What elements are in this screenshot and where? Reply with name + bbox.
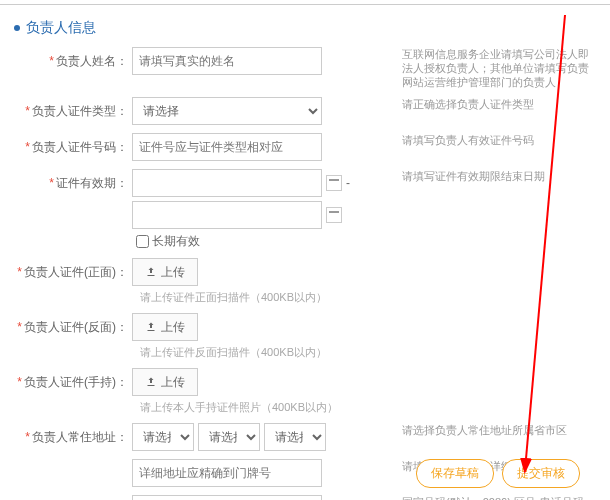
long-term-checkbox[interactable]: 长期有效: [136, 233, 200, 250]
expiry-start-input[interactable]: [132, 169, 322, 197]
office-tel-input[interactable]: [132, 495, 322, 500]
province-select[interactable]: 请选择: [132, 423, 194, 451]
hint-id-type: 请正确选择负责人证件类型: [396, 97, 596, 111]
hint-id-back: 请上传证件反面扫描件（400KB以内）: [140, 345, 327, 360]
label-address: 负责人常住地址：: [14, 423, 132, 451]
section-title: 负责人信息: [14, 19, 596, 37]
hint-id-expiry: 请填写证件有效期限结束日期: [396, 169, 596, 183]
name-input[interactable]: [132, 47, 322, 75]
hint-id-hand: 请上传本人手持证件照片（400KB以内）: [140, 400, 338, 415]
date-dash: -: [346, 176, 350, 190]
upload-icon: [145, 266, 157, 278]
calendar-icon[interactable]: [326, 175, 342, 191]
upload-front-button[interactable]: 上传: [132, 258, 198, 286]
hint-id-number: 请填写负责人有效证件号码: [396, 133, 596, 147]
label-id-expiry: 证件有效期：: [14, 169, 132, 197]
upload-back-button[interactable]: 上传: [132, 313, 198, 341]
label-id-back: 负责人证件(反面)：: [14, 313, 132, 341]
label-id-type: 负责人证件类型：: [14, 97, 132, 125]
label-id-hand: 负责人证件(手持)：: [14, 368, 132, 396]
detail-address-input[interactable]: [132, 459, 322, 487]
label-id-number: 负责人证件号码：: [14, 133, 132, 161]
upload-icon: [145, 321, 157, 333]
district-select[interactable]: 请选择: [264, 423, 326, 451]
hint-office-tel: 国家号码(默认：0086)-区号-电话号码: [396, 495, 596, 500]
save-draft-button[interactable]: 保存草稿: [416, 459, 494, 488]
expiry-end-input[interactable]: [132, 201, 322, 229]
calendar-icon[interactable]: [326, 207, 342, 223]
hint-address: 请选择负责人常住地址所属省市区: [396, 423, 596, 437]
id-number-input[interactable]: [132, 133, 322, 161]
submit-button[interactable]: 提交审核: [502, 459, 580, 488]
label-office-tel: 办公室电话：: [14, 495, 132, 500]
id-type-select[interactable]: 请选择: [132, 97, 322, 125]
upload-hand-button[interactable]: 上传: [132, 368, 198, 396]
city-select[interactable]: 请选择: [198, 423, 260, 451]
hint-name: 互联网信息服务企业请填写公司法人即法人授权负责人；其他单位请填写负责网站运营维护…: [396, 47, 596, 89]
label-name: 负责人姓名：: [14, 47, 132, 75]
hint-id-front: 请上传证件正面扫描件（400KB以内）: [140, 290, 327, 305]
upload-icon: [145, 376, 157, 388]
label-id-front: 负责人证件(正面)：: [14, 258, 132, 286]
